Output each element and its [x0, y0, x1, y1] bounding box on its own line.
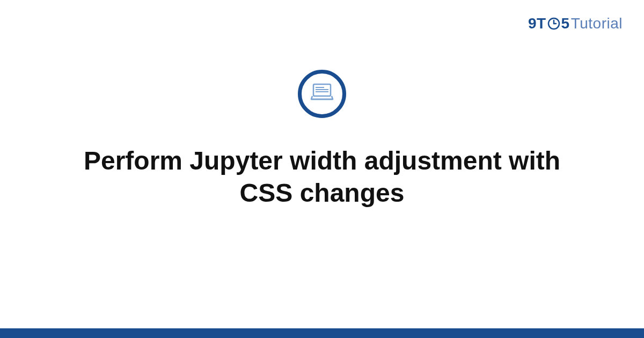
clock-icon: [547, 17, 560, 30]
bottom-accent-bar: [0, 328, 644, 338]
logo-text-5: 5: [561, 15, 570, 32]
logo-text-9t: 9T: [528, 15, 546, 32]
laptop-icon: [308, 79, 336, 109]
hero-icon-circle: [298, 70, 346, 118]
main-content: Perform Jupyter width adjustment with CS…: [0, 70, 644, 209]
page-title: Perform Jupyter width adjustment with CS…: [54, 145, 590, 209]
logo-text-tutorial: Tutorial: [571, 15, 623, 32]
site-logo: 9T 5 Tutorial: [528, 15, 623, 32]
